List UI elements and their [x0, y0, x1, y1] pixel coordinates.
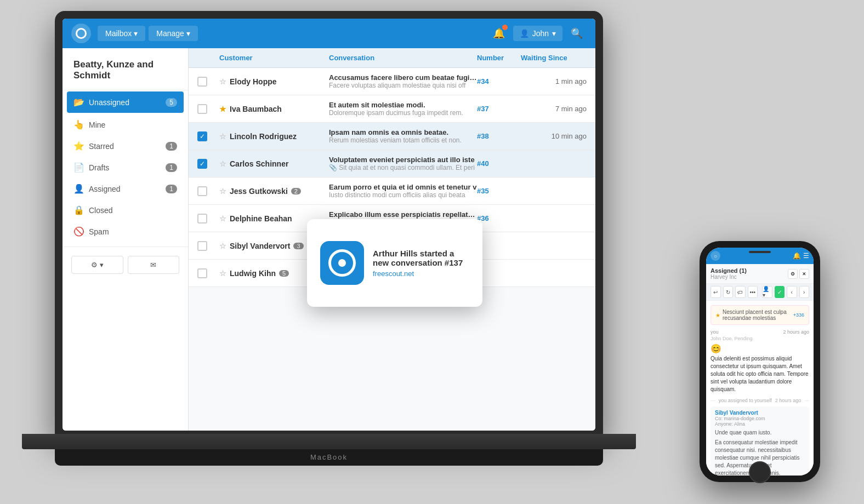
table-row[interactable]: ✓ ☆ Carlos Schinner Voluptatem eveniet p…	[189, 150, 595, 177]
nav-logo[interactable]	[71, 24, 91, 43]
compose-button[interactable]: ✉	[128, 256, 180, 274]
phone-more-icon[interactable]: •••	[748, 286, 758, 298]
table-header: Customer Conversation Number Waiting Sin…	[189, 48, 595, 68]
freescout-logo	[320, 241, 364, 285]
star-toggle[interactable]: ☆	[219, 132, 226, 141]
phone-conv-sub: Harvey Inc	[710, 274, 786, 280]
manage-button[interactable]: Manage ▾	[149, 26, 198, 41]
user-label: John	[532, 29, 549, 38]
phone-home-button[interactable]	[749, 461, 771, 483]
conv-subject: Ipsam nam omnis ea omnis beatae.	[329, 128, 477, 136]
phone-user-icon[interactable]: 👤▾	[762, 286, 772, 298]
table-row[interactable]: ✓ ☆ Lincoln Rodriguez Ipsam nam omnis ea…	[189, 123, 595, 150]
conv-time: 7 min ago	[521, 105, 587, 113]
popup-domain: freescout.net	[373, 270, 469, 278]
phone-logo-icon: ○	[710, 251, 720, 261]
mailbox-button[interactable]: Mailbox ▾	[98, 26, 145, 41]
attachment-icon: 📎	[329, 164, 337, 171]
phone-menu-icon[interactable]: ☰	[803, 252, 809, 260]
phone-refresh-icon[interactable]: ↻	[723, 286, 734, 298]
phone-close-icon[interactable]: ✕	[799, 269, 809, 279]
closed-icon: 🔒	[73, 205, 83, 215]
conv-subject: Voluptatem eveniet perspiciatis aut illo…	[329, 156, 477, 164]
row-checkbox[interactable]	[197, 268, 207, 278]
row-checkbox[interactable]	[197, 77, 207, 87]
sidebar-item-closed[interactable]: 🔒 Closed	[62, 199, 188, 221]
row-checkbox[interactable]	[197, 186, 207, 196]
table-row[interactable]: ★ Iva Baumbach Et autem sit molestiae mo…	[189, 95, 595, 123]
conversation-preview: Ipsam nam omnis ea omnis beatae. Rerum m…	[329, 128, 477, 144]
settings-button[interactable]: ⚙ ▾	[71, 256, 123, 274]
sidebar-item-spam[interactable]: 🚫 Spam	[62, 221, 188, 242]
sidebar-item-unassigned[interactable]: 📂 Unassigned 5	[67, 91, 184, 113]
mine-icon: 👆	[73, 119, 83, 130]
phone-nav-next[interactable]: ›	[799, 286, 810, 298]
sidebar-footer: ⚙ ▾ ✉	[62, 247, 188, 283]
conv-subject: Earum porro et quia et id omnis et tenet…	[329, 183, 477, 191]
star-toggle[interactable]: ☆	[219, 269, 226, 278]
user-menu-button[interactable]: 👤 John ▾	[513, 26, 562, 41]
phone-nav-prev[interactable]: ‹	[787, 286, 797, 298]
star-toggle[interactable]: ☆	[219, 77, 226, 86]
star-toggle[interactable]: ☆	[219, 159, 226, 168]
row-checkbox[interactable]: ✓	[197, 159, 207, 169]
freescout-text: Arthur Hills started a new conversation …	[373, 249, 469, 278]
phone-msg-text-1: Quia deleniti est possimus aliquid conse…	[710, 355, 809, 393]
scene: Mailbox ▾ Manage ▾ 🔔 👤 John	[0, 0, 864, 504]
star-toggle[interactable]: ☆	[219, 214, 226, 223]
star-toggle[interactable]: ☆	[219, 187, 226, 196]
sidebar-item-mine[interactable]: 👆 Mine	[62, 114, 188, 135]
phone: ○ 🔔 ☰ Assigned (1) Harvey Inc ⚙ ✕	[700, 241, 820, 482]
phone-assignee-email-text: Co: marina-dodge.com	[715, 416, 765, 421]
phone-emoji: 😊	[710, 343, 809, 355]
phone-settings-icon[interactable]: ⚙	[788, 269, 798, 279]
conv-time: 1 min ago	[521, 77, 587, 85]
settings-arrow: ▾	[100, 261, 104, 269]
phone-status-button[interactable]: ✓	[775, 286, 785, 298]
sidebar-item-assigned[interactable]: 👤 Assigned 1	[62, 178, 188, 199]
row-checkbox[interactable]	[197, 104, 207, 114]
row-checkbox[interactable]	[197, 214, 207, 224]
phone-msg-bubble-1: 😊 Quia deleniti est possimus aliquid con…	[710, 343, 809, 393]
table-row[interactable]: ☆ Jess Gutkowski 2 Earum porro et quia e…	[189, 177, 595, 205]
freescout-popup: Arthur Hills started a new conversation …	[307, 219, 482, 307]
drafts-badge: 1	[166, 163, 177, 172]
star-toggle[interactable]: ☆	[219, 242, 226, 250]
popup-title: Arthur Hills started a new conversation …	[373, 249, 469, 267]
sidebar-item-drafts[interactable]: 📄 Drafts 1	[62, 157, 188, 178]
customer-header: Customer	[219, 54, 329, 62]
phone-tag-icon[interactable]: 🏷	[735, 286, 746, 298]
phone-reply-icon[interactable]: ↩	[710, 286, 721, 298]
star-toggle[interactable]: ★	[219, 105, 226, 113]
search-icon: 🔍	[571, 27, 583, 39]
conv-subject: Accusamus facere libero cum beatae fugit…	[329, 73, 477, 82]
notification-badge	[502, 25, 508, 30]
customer-name: ☆ Elody Hoppe	[219, 77, 329, 86]
phone-star-icon: ★	[715, 312, 720, 318]
customer-name: ★ Iva Baumbach	[219, 105, 329, 113]
conv-snippet: Iusto distinctio modi cum officiis alias…	[329, 191, 477, 199]
sidebar-label-drafts: Drafts	[89, 163, 160, 172]
assigned-badge: 1	[166, 185, 177, 193]
row-checkbox[interactable]: ✓	[197, 131, 207, 141]
phone-divider-text: you assigned to yourself	[719, 398, 772, 403]
phone-msg-banner: ★ Nesciunt placent est culpa recusandae …	[710, 305, 809, 325]
row-checkbox[interactable]	[197, 241, 207, 251]
phone-msg-banner-text: Nesciunt placent est culpa recusandae mo…	[723, 309, 791, 321]
table-row[interactable]: ☆ Elody Hoppe Accusamus facere libero cu…	[189, 68, 595, 95]
phone-msg-count: +336	[793, 312, 804, 318]
sidebar-item-starred[interactable]: ⭐ Starred 1	[62, 135, 188, 157]
phone-msg-area[interactable]: ★ Nesciunt placent est culpa recusandae …	[706, 301, 814, 476]
company-name: Beatty, Kunze and Schmidt	[62, 48, 188, 90]
conv-time: 10 min ago	[521, 132, 587, 140]
phone-nav: ○ 🔔 ☰	[706, 248, 814, 264]
phone-bell-icon[interactable]: 🔔	[793, 252, 801, 260]
conv-snippet: Facere voluptas aliquam molestiae quia n…	[329, 82, 477, 89]
mailbox-label: Mailbox	[105, 29, 132, 38]
search-button[interactable]: 🔍	[567, 24, 587, 43]
email-icon: ✉	[150, 261, 156, 269]
notifications-button[interactable]: 🔔	[489, 24, 509, 43]
phone-divider-time: 2 hours ago	[775, 398, 802, 403]
manage-label: Manage	[156, 29, 184, 38]
phone-message-1: you 2 hours ago John Doe, Pending 😊 Quia…	[710, 329, 809, 393]
